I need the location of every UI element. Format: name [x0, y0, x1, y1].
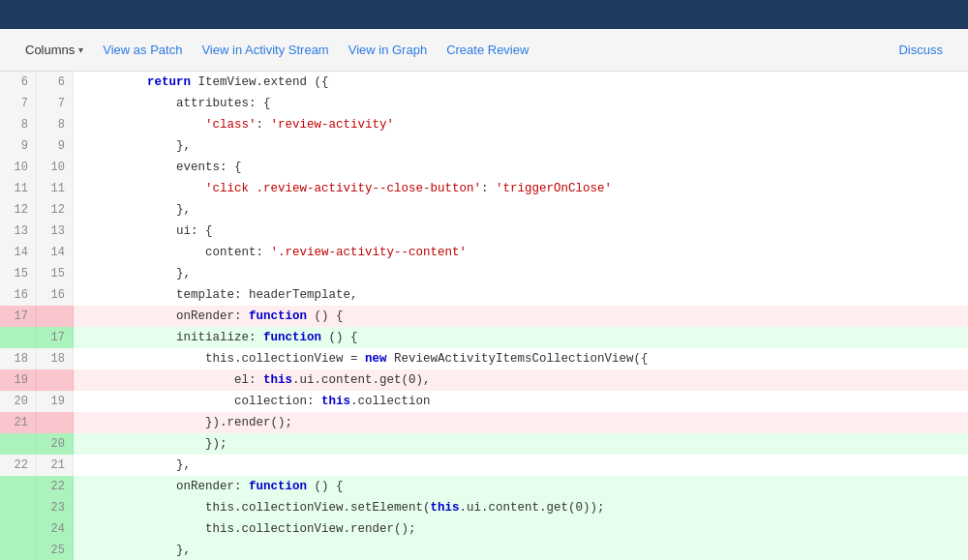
code-line: 88 'class': 'review-activity': [0, 114, 968, 135]
line-number-old: [0, 540, 37, 560]
code-line: 23 this.collectionView.setElement(this.u…: [0, 497, 968, 518]
code-content: this.collectionView.setElement(this.ui.c…: [74, 497, 968, 518]
columns-button[interactable]: Columns ▾: [15, 37, 93, 63]
code-content: },: [74, 540, 968, 560]
code-content: },: [74, 263, 968, 284]
line-number-new: 7: [37, 93, 74, 114]
view-patch-button[interactable]: View as Patch: [93, 37, 192, 63]
line-number-new: 8: [37, 114, 74, 135]
line-number-new: 23: [37, 497, 74, 518]
line-number-old: 18: [0, 348, 37, 369]
line-number-new: 19: [37, 391, 74, 412]
code-line: 99 },: [0, 135, 968, 157]
code-content: onRender: function () {: [74, 306, 968, 327]
line-number-old: [0, 497, 37, 518]
create-review-button[interactable]: Create Review: [437, 37, 538, 63]
line-number-new: [37, 306, 74, 327]
code-content: attributes: {: [74, 93, 968, 114]
code-content: });: [74, 433, 968, 455]
line-number-old: 8: [0, 114, 37, 135]
code-line: 66 return ItemView.extend ({: [0, 72, 968, 93]
toolbar: Columns ▾ View as Patch View in Activity…: [0, 29, 968, 72]
line-number-new: [37, 369, 74, 391]
line-number-new: 10: [37, 157, 74, 178]
code-content: this.collectionView.render();: [74, 518, 968, 540]
code-area: 66 return ItemView.extend ({77 attribute…: [0, 72, 968, 560]
code-content: initialize: function () {: [74, 327, 968, 348]
line-number-new: 21: [37, 455, 74, 476]
code-line: 19 el: this.ui.content.get(0),: [0, 369, 968, 391]
line-number-old: 19: [0, 369, 37, 391]
code-content: collection: this.collection: [74, 391, 968, 412]
code-line: 1616 template: headerTemplate,: [0, 284, 968, 306]
code-line: 2221 },: [0, 455, 968, 476]
view-graph-button[interactable]: View in Graph: [339, 37, 437, 63]
code-line: 24 this.collectionView.render();: [0, 518, 968, 540]
code-line: 1414 content: '.review-activity--content…: [0, 242, 968, 263]
code-line: 20 });: [0, 433, 968, 455]
code-content: events: {: [74, 157, 968, 178]
code-content: content: '.review-activity--content': [74, 242, 968, 263]
line-number-new: 18: [37, 348, 74, 369]
code-content: 'class': 'review-activity': [74, 114, 968, 135]
code-content: }).render();: [74, 412, 968, 433]
line-number-old: 20: [0, 391, 37, 412]
code-line: 22 onRender: function () {: [0, 476, 968, 497]
code-line: 17 onRender: function () {: [0, 306, 968, 327]
code-content: onRender: function () {: [74, 476, 968, 497]
code-content: this.collectionView = new ReviewActivity…: [74, 348, 968, 369]
columns-label: Columns: [25, 43, 75, 57]
code-content: ui: {: [74, 221, 968, 242]
line-number-new: 24: [37, 518, 74, 540]
code-line: 1515 },: [0, 263, 968, 284]
line-number-new: 13: [37, 221, 74, 242]
code-line: 1313 ui: {: [0, 221, 968, 242]
line-number-old: 11: [0, 178, 37, 199]
top-bar: [0, 0, 968, 29]
line-number-old: 12: [0, 199, 37, 221]
line-number-old: 10: [0, 157, 37, 178]
line-number-old: 21: [0, 412, 37, 433]
line-number-old: [0, 433, 37, 455]
code-line: 77 attributes: {: [0, 93, 968, 114]
line-number-new: 14: [37, 242, 74, 263]
view-activity-button[interactable]: View in Activity Stream: [192, 37, 338, 63]
code-line: 1212 },: [0, 199, 968, 221]
line-number-old: 7: [0, 93, 37, 114]
code-content: },: [74, 455, 968, 476]
line-number-old: 15: [0, 263, 37, 284]
line-number-old: 16: [0, 284, 37, 306]
code-line: 21 }).render();: [0, 412, 968, 433]
code-content: 'click .review-activity--close-button': …: [74, 178, 968, 199]
code-line: 1010 events: {: [0, 157, 968, 178]
line-number-old: 22: [0, 455, 37, 476]
toolbar-left: Columns ▾ View as Patch View in Activity…: [15, 37, 538, 63]
line-number-new: 20: [37, 433, 74, 455]
discuss-button[interactable]: Discuss: [889, 37, 953, 63]
line-number-new: 6: [37, 72, 74, 93]
code-line: 25 },: [0, 540, 968, 560]
line-number-old: 14: [0, 242, 37, 263]
line-number-new: [37, 412, 74, 433]
line-number-old: [0, 327, 37, 348]
line-number-old: [0, 518, 37, 540]
line-number-new: 11: [37, 178, 74, 199]
code-line: 1111 'click .review-activity--close-butt…: [0, 178, 968, 199]
line-number-new: 25: [37, 540, 74, 560]
line-number-new: 17: [37, 327, 74, 348]
code-content: return ItemView.extend ({: [74, 72, 968, 93]
code-content: },: [74, 135, 968, 157]
code-line: 1818 this.collectionView = new ReviewAct…: [0, 348, 968, 369]
toolbar-right: Discuss: [889, 37, 953, 63]
code-line: 2019 collection: this.collection: [0, 391, 968, 412]
line-number-old: 6: [0, 72, 37, 93]
chevron-down-icon: ▾: [78, 44, 83, 55]
line-number-new: 22: [37, 476, 74, 497]
line-number-new: 9: [37, 135, 74, 157]
line-number-old: 17: [0, 306, 37, 327]
line-number-old: 9: [0, 135, 37, 157]
line-number-old: 13: [0, 221, 37, 242]
line-number-old: [0, 476, 37, 497]
line-number-new: 12: [37, 199, 74, 221]
code-line: 17 initialize: function () {: [0, 327, 968, 348]
